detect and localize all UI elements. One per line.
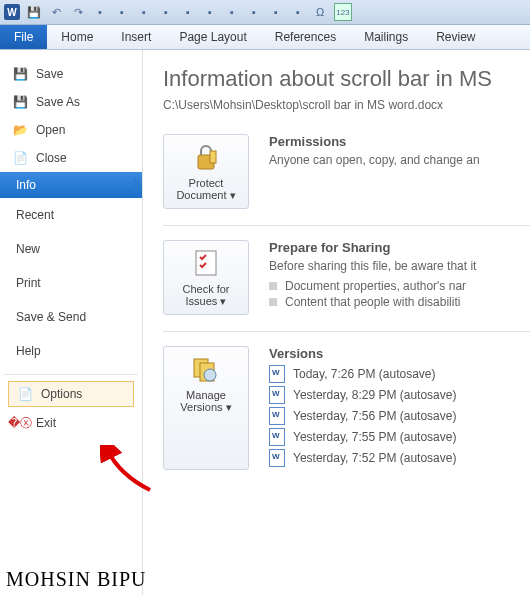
- sidebar-label: Exit: [36, 416, 56, 430]
- tab-references[interactable]: References: [261, 25, 350, 49]
- section-text: Before sharing this file, be aware that …: [269, 259, 530, 273]
- tab-page-layout[interactable]: Page Layout: [165, 25, 260, 49]
- qat-icon[interactable]: ▪: [136, 4, 152, 20]
- tab-mailings[interactable]: Mailings: [350, 25, 422, 49]
- sidebar-label: Help: [16, 344, 41, 358]
- version-row[interactable]: Yesterday, 7:52 PM (autosave): [269, 449, 530, 467]
- watermark-signature: Mohsin Bipu: [6, 568, 146, 591]
- save-icon: 💾: [12, 66, 28, 82]
- button-label: Manage Versions ▾: [168, 389, 244, 414]
- options-icon: 📄: [17, 386, 33, 402]
- saveas-icon: 💾: [12, 94, 28, 110]
- sidebar-label: Open: [36, 123, 65, 137]
- quick-access-toolbar: W 💾 ↶ ↷ • ▪ ▪ ▪ ▪ ▪ ▪ ▪ ▪ ▪ Ω 123: [0, 0, 530, 25]
- sidebar-item-recent[interactable]: Recent: [0, 198, 142, 232]
- word-doc-icon: [269, 428, 285, 446]
- sidebar-item-close[interactable]: 📄Close: [0, 144, 142, 172]
- word-doc-icon: [269, 365, 285, 383]
- word-doc-icon: [269, 407, 285, 425]
- qat-icon[interactable]: ▪: [224, 4, 240, 20]
- svg-point-5: [204, 369, 216, 381]
- qat-icon[interactable]: ▪: [180, 4, 196, 20]
- qat-icon[interactable]: •: [92, 4, 108, 20]
- bullet-item: Document properties, author's nar: [269, 279, 530, 293]
- section-heading: Permissions: [269, 134, 530, 149]
- qat-icon[interactable]: ▪: [268, 4, 284, 20]
- tab-file[interactable]: File: [0, 25, 47, 49]
- sidebar-item-options[interactable]: 📄Options: [8, 381, 134, 407]
- sidebar-label: Recent: [16, 208, 54, 222]
- close-icon: 📄: [12, 150, 28, 166]
- version-row[interactable]: Yesterday, 8:29 PM (autosave): [269, 386, 530, 404]
- sidebar-item-exit[interactable]: �ⓧExit: [0, 409, 142, 437]
- num-icon[interactable]: 123: [334, 3, 352, 21]
- manage-versions-button[interactable]: Manage Versions ▾: [163, 346, 249, 470]
- sidebar-item-info[interactable]: Info: [0, 172, 142, 198]
- sidebar-label: Save As: [36, 95, 80, 109]
- sidebar-label: Save: [36, 67, 63, 81]
- redo-icon[interactable]: ↷: [70, 4, 86, 20]
- version-row[interactable]: Today, 7:26 PM (autosave): [269, 365, 530, 383]
- section-heading: Versions: [269, 346, 530, 361]
- sidebar-label: Save & Send: [16, 310, 86, 324]
- sharing-section: Check for Issues ▾ Prepare for Sharing B…: [163, 240, 530, 332]
- file-path: C:\Users\Mohsin\Desktop\scroll bar in MS…: [163, 98, 530, 112]
- tab-insert[interactable]: Insert: [107, 25, 165, 49]
- qat-icon[interactable]: ▪: [158, 4, 174, 20]
- protect-document-button[interactable]: Protect Document ▾: [163, 134, 249, 209]
- sidebar-label: Close: [36, 151, 67, 165]
- bullet-icon: [269, 298, 277, 306]
- sidebar-item-open[interactable]: 📂Open: [0, 116, 142, 144]
- word-doc-icon: [269, 449, 285, 467]
- version-row[interactable]: Yesterday, 7:56 PM (autosave): [269, 407, 530, 425]
- qat-icon[interactable]: ▪: [290, 4, 306, 20]
- sidebar-item-saveas[interactable]: 💾Save As: [0, 88, 142, 116]
- sidebar-item-new[interactable]: New: [0, 232, 142, 266]
- sidebar-label: Options: [41, 387, 82, 401]
- versions-section: Manage Versions ▾ Versions Today, 7:26 P…: [163, 346, 530, 486]
- sidebar-label: Print: [16, 276, 41, 290]
- tab-review[interactable]: Review: [422, 25, 489, 49]
- versions-icon: [190, 353, 222, 385]
- sidebar-item-savesend[interactable]: Save & Send: [0, 300, 142, 334]
- lock-icon: [190, 141, 222, 173]
- svg-rect-1: [210, 151, 216, 163]
- qat-icon[interactable]: ▪: [114, 4, 130, 20]
- version-row[interactable]: Yesterday, 7:55 PM (autosave): [269, 428, 530, 446]
- tab-home[interactable]: Home: [47, 25, 107, 49]
- check-issues-button[interactable]: Check for Issues ▾: [163, 240, 249, 315]
- button-label: Protect Document ▾: [168, 177, 244, 202]
- sidebar-label: Info: [16, 178, 36, 192]
- sidebar-item-print[interactable]: Print: [0, 266, 142, 300]
- backstage-main: Information about scroll bar in MS C:\Us…: [143, 50, 530, 595]
- sidebar-label: New: [16, 242, 40, 256]
- sidebar-divider: [4, 374, 138, 375]
- bullet-icon: [269, 282, 277, 290]
- page-title: Information about scroll bar in MS: [163, 66, 530, 92]
- open-icon: 📂: [12, 122, 28, 138]
- qat-icon[interactable]: ▪: [202, 4, 218, 20]
- sidebar-item-help[interactable]: Help: [0, 334, 142, 368]
- word-app-icon[interactable]: W: [4, 4, 20, 20]
- button-label: Check for Issues ▾: [168, 283, 244, 308]
- sidebar-item-save[interactable]: 💾Save: [0, 60, 142, 88]
- save-icon[interactable]: 💾: [26, 4, 42, 20]
- ribbon-tabs: File Home Insert Page Layout References …: [0, 25, 530, 50]
- section-heading: Prepare for Sharing: [269, 240, 530, 255]
- section-text: Anyone can open, copy, and change an: [269, 153, 530, 167]
- qat-icon[interactable]: ▪: [246, 4, 262, 20]
- exit-icon: �ⓧ: [12, 415, 28, 431]
- checklist-icon: [190, 247, 222, 279]
- word-doc-icon: [269, 386, 285, 404]
- undo-icon[interactable]: ↶: [48, 4, 64, 20]
- bullet-item: Content that people with disabiliti: [269, 295, 530, 309]
- permissions-section: Protect Document ▾ Permissions Anyone ca…: [163, 134, 530, 226]
- backstage-sidebar: 💾Save 💾Save As 📂Open 📄Close Info Recent …: [0, 50, 143, 595]
- omega-icon[interactable]: Ω: [312, 4, 328, 20]
